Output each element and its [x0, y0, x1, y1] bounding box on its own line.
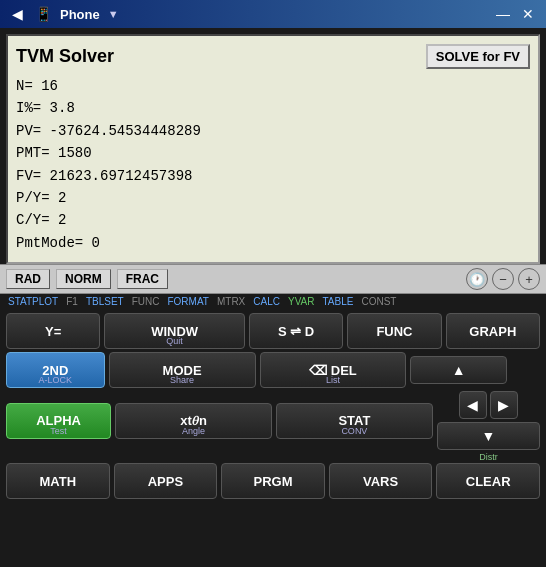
toolbar-row: RAD NORM FRAC 🕐 − + — [0, 264, 546, 294]
key-stat-sub: CONV — [341, 426, 367, 436]
title-bar-left: ◀ 📱 Phone ▼ — [8, 6, 119, 22]
key-apps-label: APPS — [148, 474, 183, 489]
minus-icon-button[interactable]: − — [492, 268, 514, 290]
key-math-label: MATH — [40, 474, 77, 489]
key-row-2: 2ND A-LOCK MODE Share ⌫ DEL List ▲ — [6, 352, 540, 388]
display-line-1: I%= 3.8 — [16, 97, 530, 119]
key-func[interactable]: FUNC — [347, 313, 441, 349]
menu-func[interactable]: FUNC — [128, 295, 164, 308]
distr-label: Distr — [479, 452, 498, 462]
tvm-title: TVM Solver — [16, 46, 114, 67]
display-line-3: PMT= 1580 — [16, 142, 530, 164]
menu-calc[interactable]: CALC — [249, 295, 284, 308]
key-window-sub: Quit — [166, 336, 183, 346]
window-title: Phone — [60, 7, 100, 22]
title-bar-controls: — ✕ — [492, 7, 538, 21]
key-del-sub: List — [326, 375, 340, 385]
menu-f1[interactable]: F1 — [62, 295, 82, 308]
key-vars[interactable]: VARS — [329, 463, 433, 499]
menu-format[interactable]: FORMAT — [163, 295, 212, 308]
key-graph-label: GRAPH — [469, 324, 516, 339]
display-line-2: PV= -37624.54534448289 — [16, 120, 530, 142]
window: ◀ 📱 Phone ▼ — ✕ TVM Solver SOLVE for FV … — [0, 0, 546, 567]
display-area: TVM Solver SOLVE for FV N= 16 I%= 3.8 PV… — [6, 34, 540, 264]
phone-icon: 📱 — [35, 6, 52, 22]
toolbar-icons: 🕐 − + — [466, 268, 540, 290]
keypad: Y= WINDW Quit S ⇌ D FUNC GRAPH — [0, 309, 546, 567]
key-mode[interactable]: MODE Share — [109, 352, 256, 388]
key-graph[interactable]: GRAPH — [446, 313, 540, 349]
display-line-5: P/Y= 2 — [16, 187, 530, 209]
menu-const[interactable]: CONST — [357, 295, 400, 308]
key-up-arrow[interactable]: ▲ — [410, 356, 507, 384]
title-bar: ◀ 📱 Phone ▼ — ✕ — [0, 0, 546, 28]
menu-yvar[interactable]: YVAR — [284, 295, 319, 308]
rad-button[interactable]: RAD — [6, 269, 50, 289]
key-row-4: MATH APPS PRGM VARS CLEAR — [6, 463, 540, 499]
display-line-6: C/Y= 2 — [16, 209, 530, 231]
key-y-equals[interactable]: Y= — [6, 313, 100, 349]
key-prgm-label: PRGM — [253, 474, 292, 489]
close-button[interactable]: ✕ — [518, 7, 538, 21]
key-alpha[interactable]: ALPHA Test — [6, 403, 111, 439]
key-prgm[interactable]: PRGM — [221, 463, 325, 499]
key-math[interactable]: MATH — [6, 463, 110, 499]
key-2nd-sub: A-LOCK — [39, 375, 73, 385]
key-stat[interactable]: STAT CONV — [276, 403, 433, 439]
menu-row: STATPLOT F1 TBLSET FUNC FORMAT MTRX CALC… — [0, 294, 546, 309]
key-xthn-sub: Angle — [182, 426, 205, 436]
key-y-equals-label: Y= — [45, 324, 61, 339]
display-line-0: N= 16 — [16, 75, 530, 97]
menu-statplot[interactable]: STATPLOT — [4, 295, 62, 308]
key-row-3: ALPHA Test xt𝜃n Angle STAT CONV ◀ ▶ — [6, 391, 540, 450]
display-line-4: FV= 21623.69712457398 — [16, 165, 530, 187]
back-button[interactable]: ◀ — [8, 7, 27, 21]
key-window[interactable]: WINDW Quit — [104, 313, 245, 349]
display-line-7: PmtMode= 0 — [16, 232, 530, 254]
menu-mtrx[interactable]: MTRX — [213, 295, 249, 308]
key-clear-label: CLEAR — [466, 474, 511, 489]
key-s-d-label: S ⇌ D — [278, 324, 314, 339]
key-mode-sub: Share — [170, 375, 194, 385]
plus-icon-button[interactable]: + — [518, 268, 540, 290]
key-clear[interactable]: CLEAR — [436, 463, 540, 499]
key-2nd[interactable]: 2ND A-LOCK — [6, 352, 105, 388]
key-xthn[interactable]: xt𝜃n Angle — [115, 403, 272, 439]
minimize-button[interactable]: — — [492, 7, 514, 21]
key-func-label: FUNC — [376, 324, 412, 339]
clock-icon-button[interactable]: 🕐 — [466, 268, 488, 290]
dropdown-icon[interactable]: ▼ — [108, 8, 119, 20]
key-row-1: Y= WINDW Quit S ⇌ D FUNC GRAPH — [6, 313, 540, 349]
key-del[interactable]: ⌫ DEL List — [260, 352, 407, 388]
solve-button[interactable]: SOLVE for FV — [426, 44, 530, 69]
key-vars-label: VARS — [363, 474, 398, 489]
norm-button[interactable]: NORM — [56, 269, 111, 289]
menu-table[interactable]: TABLE — [318, 295, 357, 308]
key-alpha-sub: Test — [50, 426, 67, 436]
key-down-arrow[interactable]: ▼ — [437, 422, 540, 450]
menu-tblset[interactable]: TBLSET — [82, 295, 128, 308]
key-apps[interactable]: APPS — [114, 463, 218, 499]
frac-button[interactable]: FRAC — [117, 269, 168, 289]
calculator-body: TVM Solver SOLVE for FV N= 16 I%= 3.8 PV… — [0, 28, 546, 567]
display-title-row: TVM Solver SOLVE for FV — [16, 44, 530, 69]
key-s-d[interactable]: S ⇌ D — [249, 313, 343, 349]
key-right-arrow[interactable]: ▶ — [490, 391, 518, 419]
key-left-arrow[interactable]: ◀ — [459, 391, 487, 419]
